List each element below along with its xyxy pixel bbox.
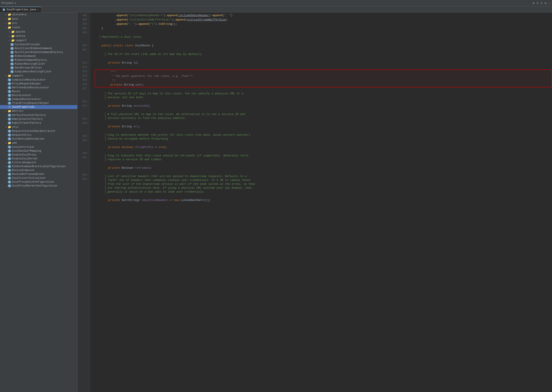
sidebar-item-label: ZuulController: [12, 146, 35, 149]
sidebar-item-pre[interactable]: 📁 pre: [0, 21, 77, 25]
sidebar-item-label: FallbackProvider: [15, 43, 41, 46]
line-num-535: 535: [77, 138, 90, 143]
class-icon: I: [8, 86, 11, 89]
class-icon: C: [8, 137, 11, 140]
project-dropdown[interactable]: Project ▾: [2, 1, 16, 5]
code-line-550: private Set<String> sensitiveHeaders = n…: [95, 198, 552, 203]
sidebar-item-support-folder[interactable]: 📁 support: [0, 38, 77, 43]
sidebar-item-post[interactable]: 📁 post: [0, 17, 77, 21]
sidebar-item-route-class[interactable]: C Route: [0, 90, 77, 93]
sidebar-item-discovery[interactable]: 📁 discovery: [0, 13, 77, 17]
line-num-doc14: [77, 164, 90, 168]
line-num-550: 550: [77, 173, 90, 177]
sidebar-item-compositeroutelocator[interactable]: C CompositeRouteLocator: [0, 78, 77, 82]
class-icon: I: [10, 43, 14, 46]
sidebar-item-zuulproperties[interactable]: C ZuulProperties: [0, 105, 77, 109]
code-line-514: * The path (pattern) for the route, e.g.…: [97, 74, 550, 78]
sidebar-item-label: RequestUtils: [12, 133, 31, 137]
sidebar-item-support2[interactable]: 📁 support: [0, 74, 77, 78]
doc-line-empty2: [95, 56, 552, 61]
arrow-icon: [4, 26, 8, 29]
sidebar-item-traceproxyrequesthelper[interactable]: C TraceProxyRequestHelper: [0, 101, 77, 105]
sort-icon[interactable]: ⇅: [541, 1, 542, 5]
line-num-551: 551: [77, 177, 90, 181]
code-editor[interactable]: 498 499 500 501 502 506 507 511 512 513 …: [77, 13, 552, 392]
sidebar-item-metrics[interactable]: 📁 metrics: [0, 109, 77, 113]
sidebar-item-restclientribboncommand[interactable]: C RestClientRibbonCommand: [0, 47, 77, 50]
sidebar-item-emptycounterfactory[interactable]: C EmptyCounterFactory: [0, 117, 77, 121]
tab-close-button[interactable]: ✕: [37, 8, 39, 11]
sidebar-item-zuulfilterInitializer[interactable]: C ZuulFilterInitializer: [0, 176, 77, 180]
sidebar-item-zuulhandlermapping[interactable]: C ZuulHandlerMapping: [0, 149, 77, 153]
sidebar-item-enablezuulproxy[interactable]: C EnableZuulProxy: [0, 153, 77, 157]
sidebar-item-enablezuulserver[interactable]: C EnableZuulServer: [0, 157, 77, 161]
expand-icon[interactable]: ⊕: [533, 1, 534, 5]
sidebar-item-label: RestClientRibbonCommand: [15, 47, 52, 50]
sidebar-item-ribboncommandfactoryconfiguration[interactable]: C RibbonCommandFactoryConfiguration: [0, 165, 77, 168]
line-num-doc8: [77, 112, 90, 117]
line-num-511: 511: [77, 61, 90, 65]
class-icon: C: [8, 102, 11, 105]
sidebar-item-util[interactable]: 📁 util: [0, 125, 77, 129]
class-icon: C: [8, 184, 11, 187]
sidebar-item-proxyrequesthelper[interactable]: C ProxyRequestHelper: [0, 82, 77, 86]
class-icon: C: [8, 153, 11, 156]
sidebar-item-apache[interactable]: 📁 apache: [0, 30, 77, 34]
code-line-513: /**: [97, 70, 550, 74]
sidebar-item-zuulcontroller[interactable]: C ZuulController: [0, 145, 77, 149]
list-icon[interactable]: ≡: [537, 1, 538, 5]
code-line-523: [95, 108, 552, 112]
sidebar-item-requestutils[interactable]: C RequestUtils: [0, 133, 77, 137]
sidebar-item-routelocator[interactable]: I RouteLocator: [0, 93, 77, 97]
line-num-doc12: [77, 147, 90, 151]
class-icon: C: [8, 130, 11, 133]
sidebar-item-label: route: [12, 26, 20, 29]
minimize-icon[interactable]: —: [549, 1, 550, 5]
sidebar-item-route[interactable]: 📁 route: [0, 25, 77, 30]
sidebar-item-routesendpoint[interactable]: C RoutesEndpoint: [0, 168, 77, 172]
class-icon: C: [8, 165, 11, 168]
tab-zuulproperties[interactable]: C ZuulProperties.java ✕: [0, 7, 41, 12]
sidebar-item-sendforwardfilter[interactable]: C SendForwardFilter: [0, 66, 77, 70]
arrow-icon: [4, 142, 8, 144]
line-num-doc3: [77, 52, 90, 56]
sidebar-item-simpleroutelocator[interactable]: C SimpleRouteLocator: [0, 97, 77, 101]
sidebar-item-label: pre: [12, 22, 17, 25]
settings-icon[interactable]: ⚙: [545, 1, 546, 5]
sidebar-item-zuulproxymarkerconfiguration[interactable]: C ZuulProxyMarkerConfiguration: [0, 184, 77, 188]
sidebar-item-label: RouteLocator: [12, 94, 31, 97]
sidebar-item-emptytracerfactory[interactable]: C EmptyTracerFactory: [0, 121, 77, 125]
sidebar-item-defaultcounterfactory[interactable]: C DefaultCounterFactory: [0, 113, 77, 117]
class-icon: I: [8, 94, 11, 97]
class-icon: C: [8, 177, 11, 180]
class-icon: C: [8, 121, 11, 125]
line-num-doc1: [77, 35, 90, 39]
sidebar-item-requestcontentdataextractor[interactable]: C RequestContentDataExtractor: [0, 129, 77, 133]
line-num-doc13: [77, 160, 90, 164]
sidebar-item-simplehostRoutingfilter[interactable]: C SimpleHostRoutingFilter: [0, 70, 77, 74]
code-area[interactable]: .append("includeDebugHeader=").append(in…: [90, 13, 552, 392]
sidebar-item-label: EmptyCounterFactory: [12, 118, 43, 121]
sidebar-item-filtersendpoint[interactable]: C FiltersEndpoint: [0, 161, 77, 165]
line-num-507: 507: [77, 48, 90, 52]
sidebar-item-web[interactable]: 📁 web: [0, 141, 77, 145]
sidebar-item-ribbonroutingfilter[interactable]: C RibbonRoutingFilter: [0, 62, 77, 66]
sidebar-item-zuulproxyautoconfiguration[interactable]: C ZuulProxyAutoConfiguration: [0, 180, 77, 184]
file-tree: 📁 discovery 📁 post 📁 pre 📁 route: [0, 13, 77, 392]
code-line-515: */: [97, 78, 550, 83]
sidebar-item-label: RibbonCommandFactoryConfiguration: [12, 165, 65, 168]
project-section[interactable]: Project ▾: [2, 1, 36, 5]
sidebar-item-ribboncommandfactory[interactable]: I RibbonCommandFactory: [0, 58, 77, 62]
sidebar-item-ribboncommand[interactable]: C RibbonCommand: [0, 54, 77, 58]
arrow-icon: [8, 35, 11, 37]
sidebar-item-label: ZuulProxyMarkerConfiguration: [12, 184, 57, 187]
sidebar-item-routesrefreshedevent[interactable]: C RoutesRefreshedEvent: [0, 172, 77, 176]
sidebar-item-restclientribboncommandfactory[interactable]: C RestClientRibbonCommandFactory: [0, 50, 77, 54]
sidebar-item-refreshableroutelocator[interactable]: I RefreshableRouteLocator: [0, 86, 77, 90]
doc-line-stripprefix: Flag to determine whether the prefix for…: [105, 133, 256, 141]
sidebar-item-fallbackprovider[interactable]: I FallbackProvider: [0, 43, 77, 47]
doc-line-empty7: [95, 194, 552, 198]
sidebar-item-label: RibbonCommand: [15, 55, 36, 58]
sidebar-item-okhttp[interactable]: 📁 okhttp: [0, 34, 77, 38]
sidebar-item-zuulruntimeexception[interactable]: C ZuulRuntimeException: [0, 137, 77, 141]
